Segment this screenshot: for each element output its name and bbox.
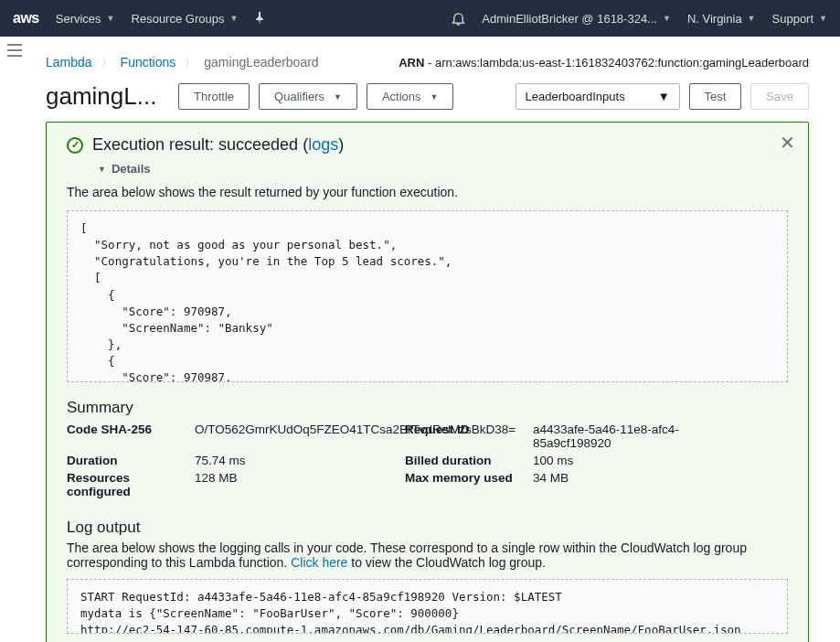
- reqid-value: a4433afe-5a46-11e8-afc4-85a9cf198920: [533, 423, 716, 450]
- chevron-down-icon: ▼: [748, 14, 756, 23]
- save-button: Save: [750, 83, 809, 110]
- aws-logo[interactable]: aws: [13, 10, 39, 27]
- log-heading: Log output: [67, 519, 788, 537]
- caret-down-icon: ▼: [658, 90, 670, 103]
- qualifiers-label: Qualifiers: [274, 90, 324, 103]
- caret-down-icon: ▼: [431, 92, 439, 102]
- menu-icon: [7, 44, 22, 57]
- chevron-right-icon: 〉: [101, 56, 112, 70]
- arn-display: ARN - arn:aws:lambda:us-east-1:161832403…: [399, 56, 809, 70]
- result-title-prefix: Execution result: succeeded (: [92, 135, 308, 154]
- throttle-button[interactable]: Throttle: [178, 83, 250, 110]
- duration-value: 75.74 ms: [195, 454, 405, 467]
- log-description: The area below shows the logging calls i…: [67, 540, 788, 570]
- execution-result-panel: ✕ Execution result: succeeded (logs) ▼ D…: [46, 122, 809, 642]
- nav-user-label: AdminElliotBricker @ 1618-324...: [482, 12, 657, 26]
- top-nav: aws Services ▼ Resource Groups ▼ AdminEl…: [0, 0, 840, 37]
- nav-support[interactable]: Support ▼: [772, 12, 827, 26]
- resources-value: 128 MB: [195, 471, 405, 498]
- details-label: Details: [112, 162, 151, 176]
- sha-key: Code SHA-256: [67, 423, 195, 450]
- billed-duration-key: Billed duration: [405, 454, 533, 467]
- test-button[interactable]: Test: [689, 83, 742, 110]
- close-icon: ✕: [780, 133, 795, 153]
- nav-notifications[interactable]: [452, 12, 465, 26]
- maxmem-value: 34 MB: [533, 471, 716, 498]
- test-event-value: LeaderboardInputs: [526, 90, 625, 103]
- nav-resource-groups-label: Resource Groups: [132, 12, 225, 26]
- actions-button[interactable]: Actions▼: [367, 83, 454, 110]
- sha-value: O/TO562GmrKUdOq5FZEO41TCsa2BrTvdRelVzsBk…: [195, 423, 405, 450]
- cloudwatch-link[interactable]: Click here: [291, 555, 347, 570]
- success-check-icon: [67, 137, 83, 154]
- actions-label: Actions: [382, 90, 421, 103]
- caret-down-icon: ▼: [98, 165, 106, 174]
- function-header: gamingL... Throttle Qualifiers▼ Actions▼…: [46, 82, 809, 122]
- aws-logo-text: aws: [13, 10, 39, 27]
- breadcrumb-lambda[interactable]: Lambda: [46, 55, 92, 70]
- breadcrumb-current: gamingLeaderboard: [204, 55, 318, 70]
- nav-pin[interactable]: [254, 12, 265, 25]
- logs-link[interactable]: logs: [308, 135, 338, 154]
- log-output: START RequestId: a4433afe-5a46-11e8-afc4…: [67, 579, 788, 634]
- test-label: Test: [705, 90, 727, 103]
- billed-duration-value: 100 ms: [533, 454, 716, 467]
- breadcrumb-functions[interactable]: Functions: [121, 55, 176, 70]
- qualifiers-button[interactable]: Qualifiers▼: [259, 83, 357, 110]
- arn-value: arn:aws:lambda:us-east-1:161832403762:fu…: [435, 56, 809, 70]
- save-label: Save: [766, 90, 793, 103]
- duration-key: Duration: [67, 454, 195, 467]
- nav-user[interactable]: AdminElliotBricker @ 1618-324... ▼: [482, 12, 671, 26]
- function-name: gamingL...: [46, 82, 169, 111]
- test-event-select[interactable]: LeaderboardInputs ▼: [516, 83, 680, 110]
- summary-grid: Code SHA-256 O/TO562GmrKUdOq5FZEO41TCsa2…: [67, 423, 788, 498]
- result-header: Execution result: succeeded (logs): [67, 135, 788, 155]
- details-toggle[interactable]: ▼ Details: [98, 162, 788, 176]
- bell-icon: [452, 12, 465, 26]
- caret-down-icon: ▼: [334, 92, 342, 102]
- chevron-down-icon: ▼: [819, 14, 827, 23]
- nav-region-label: N. Virginia: [687, 12, 742, 26]
- nav-support-label: Support: [772, 12, 814, 26]
- side-menu-toggle[interactable]: [7, 44, 22, 59]
- nav-region[interactable]: N. Virginia ▼: [687, 12, 756, 26]
- breadcrumb-row: Lambda 〉 Functions 〉 gamingLeaderboard A…: [46, 48, 809, 82]
- breadcrumb: Lambda 〉 Functions 〉 gamingLeaderboard: [46, 55, 319, 70]
- close-panel-button[interactable]: ✕: [780, 132, 795, 154]
- arn-label: ARN: [399, 56, 424, 70]
- result-title-suffix: ): [338, 135, 344, 154]
- log-desc-2: to view the CloudWatch log group.: [347, 555, 546, 570]
- result-output: [ "Sorry, not as good as your personal b…: [67, 210, 788, 382]
- summary-heading: Summary: [67, 399, 788, 417]
- nav-services[interactable]: Services ▼: [56, 12, 115, 26]
- pin-icon: [254, 12, 265, 25]
- resources-key: Resources configured: [67, 471, 195, 498]
- nav-resource-groups[interactable]: Resource Groups ▼: [132, 12, 239, 26]
- reqid-key: Request ID: [405, 423, 533, 450]
- chevron-down-icon: ▼: [663, 14, 671, 23]
- chevron-down-icon: ▼: [229, 14, 238, 23]
- chevron-down-icon: ▼: [107, 14, 115, 23]
- result-description: The area below shows the result returned…: [67, 185, 788, 199]
- nav-services-label: Services: [56, 12, 101, 26]
- maxmem-key: Max memory used: [405, 471, 533, 498]
- chevron-right-icon: 〉: [185, 56, 195, 70]
- throttle-label: Throttle: [194, 90, 234, 103]
